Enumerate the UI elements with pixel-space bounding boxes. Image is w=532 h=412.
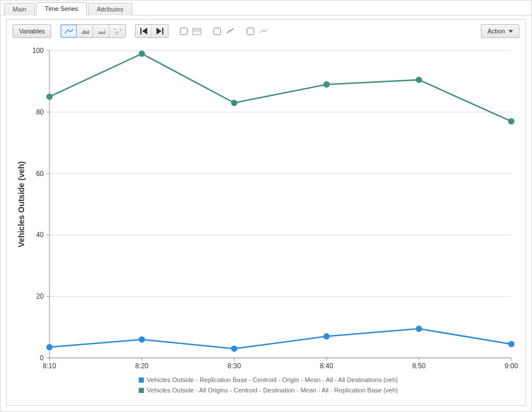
svg-rect-67 xyxy=(139,388,144,393)
svg-point-3 xyxy=(114,29,116,30)
svg-point-55 xyxy=(323,333,330,339)
svg-text:8:10: 8:10 xyxy=(43,362,56,370)
svg-text:8:50: 8:50 xyxy=(412,362,426,370)
svg-point-59 xyxy=(139,51,145,57)
variables-button[interactable]: Variables xyxy=(13,24,51,38)
svg-text:+: + xyxy=(104,27,105,32)
svg-text:8:40: 8:40 xyxy=(320,362,334,370)
svg-rect-14 xyxy=(196,31,197,32)
svg-point-54 xyxy=(231,345,238,352)
svg-rect-10 xyxy=(162,28,163,35)
stacked-chart-button[interactable]: + xyxy=(93,25,109,37)
svg-text:Vehicles Outside - Replication: Vehicles Outside - Replication Base - Ce… xyxy=(147,376,398,383)
option-trend-2 xyxy=(244,26,269,37)
calendar-checkbox[interactable] xyxy=(180,28,187,35)
svg-text:Vehicles Outside - All Origins: Vehicles Outside - All Origins - Centroi… xyxy=(147,387,398,394)
trend-icon xyxy=(225,26,235,36)
calendar-icon xyxy=(192,26,202,36)
chart-type-group: + xyxy=(60,24,126,38)
chevron-down-icon xyxy=(508,30,513,33)
scatter-chart-button[interactable] xyxy=(109,25,125,37)
svg-text:40: 40 xyxy=(36,231,44,239)
variables-button-label: Variables xyxy=(19,28,45,35)
toolbar: Variables + xyxy=(7,20,525,43)
svg-point-5 xyxy=(120,29,121,30)
svg-rect-65 xyxy=(139,377,144,383)
svg-rect-15 xyxy=(198,31,200,32)
option-trend-1 xyxy=(211,26,235,37)
nav-group xyxy=(135,24,169,38)
svg-marker-0 xyxy=(81,29,89,34)
tab-bar: Main Time Series Attributes xyxy=(1,1,531,16)
svg-point-6 xyxy=(116,33,117,34)
svg-text:8:30: 8:30 xyxy=(228,362,242,370)
svg-point-58 xyxy=(47,94,53,100)
svg-text:60: 60 xyxy=(36,170,44,178)
svg-rect-13 xyxy=(194,31,195,32)
svg-marker-9 xyxy=(156,28,162,35)
svg-text:20: 20 xyxy=(36,292,44,300)
svg-text:9:00: 9:00 xyxy=(504,362,518,370)
app-window: Main Time Series Attributes Variables xyxy=(0,0,532,412)
action-button[interactable]: Action xyxy=(481,24,519,38)
trend2-checkbox[interactable] xyxy=(247,28,254,35)
svg-text:80: 80 xyxy=(36,108,44,116)
tab-time-series[interactable]: Time Series xyxy=(36,2,87,16)
svg-point-52 xyxy=(47,344,53,350)
svg-point-56 xyxy=(416,326,422,332)
option-calendar xyxy=(178,26,202,37)
svg-point-18 xyxy=(232,29,234,30)
tab-attributes[interactable]: Attributes xyxy=(88,3,132,16)
svg-point-53 xyxy=(139,336,145,342)
chart-area: 0204060801008:108:208:308:408:509:00Vehi… xyxy=(13,45,519,399)
svg-point-61 xyxy=(323,81,330,87)
area-chart-button[interactable] xyxy=(77,25,93,37)
svg-point-62 xyxy=(416,77,422,83)
trend2-icon xyxy=(258,26,269,36)
svg-point-16 xyxy=(227,32,229,33)
svg-text:8:20: 8:20 xyxy=(135,362,149,370)
time-series-chart: 0204060801008:108:208:308:408:509:00Vehi… xyxy=(13,45,519,399)
trend1-checkbox[interactable] xyxy=(213,28,221,35)
svg-point-57 xyxy=(508,341,515,347)
svg-point-60 xyxy=(231,100,238,106)
svg-point-63 xyxy=(508,118,515,124)
svg-text:Vehicles Outside (veh): Vehicles Outside (veh) xyxy=(17,161,26,247)
svg-text:100: 100 xyxy=(32,47,44,55)
tab-main[interactable]: Main xyxy=(4,3,35,16)
skip-start-button[interactable] xyxy=(136,25,152,37)
svg-point-4 xyxy=(117,32,118,33)
content-panel: Variables + xyxy=(6,19,526,406)
svg-text:0: 0 xyxy=(40,354,44,362)
line-chart-button[interactable] xyxy=(61,25,77,37)
skip-end-button[interactable] xyxy=(152,25,168,37)
action-button-label: Action xyxy=(487,28,505,35)
svg-marker-8 xyxy=(142,28,147,35)
svg-rect-7 xyxy=(140,28,141,35)
svg-point-17 xyxy=(230,30,232,32)
